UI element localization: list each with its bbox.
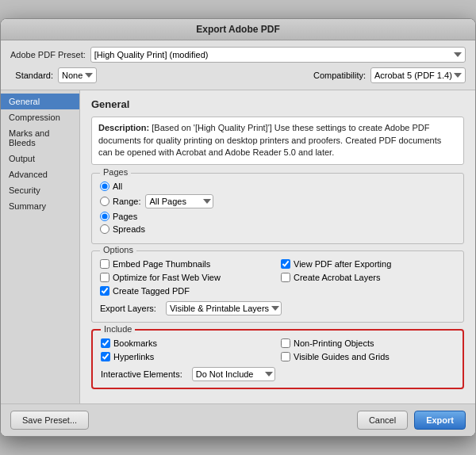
preset-label: Adobe PDF Preset: (10, 50, 90, 59)
standard-compatibility-row: Standard: None Compatibility: Acrobat 5 … (10, 67, 466, 83)
preset-row: Adobe PDF Preset: [High Quality Print] (… (10, 47, 466, 63)
acrobat-layers-label: Create Acrobat Layers (294, 273, 380, 282)
non-printing-checkbox[interactable] (281, 338, 290, 348)
dialog-title: Export Adobe PDF (196, 24, 280, 35)
bookmarks-row: Bookmarks (101, 338, 274, 348)
bookmarks-checkbox[interactable] (101, 338, 110, 348)
range-label: Range: (113, 197, 140, 206)
export-layers-row: Export Layers: Visible & Printable Layer… (100, 301, 455, 315)
view-pdf-checkbox[interactable] (281, 259, 290, 269)
options-group-content: Embed Page Thumbnails View PDF after Exp… (100, 259, 455, 315)
optimize-web-label: Optimize for Fast Web View (113, 273, 221, 282)
optimize-web-row: Optimize for Fast Web View (100, 273, 274, 282)
export-layers-select[interactable]: Visible & Printable Layers Visible Layer… (166, 301, 282, 315)
footer: Save Preset... Cancel Export (1, 403, 475, 436)
all-radio[interactable] (100, 182, 109, 191)
visible-guides-row: Visible Guides and Grids (281, 352, 455, 361)
non-printing-label: Non-Printing Objects (294, 338, 374, 348)
export-button[interactable]: Export (414, 411, 466, 430)
description-text: [Based on '[High Quality Print]'] Use th… (98, 123, 441, 157)
main-area: General Compression Marks and Bleeds Out… (1, 90, 475, 403)
standard-group: Standard: None (10, 67, 97, 83)
tagged-pdf-label: Create Tagged PDF (113, 286, 190, 296)
save-preset-button[interactable]: Save Preset... (10, 411, 89, 430)
include-group: Include Bookmarks Non-Printing Objects (91, 329, 464, 389)
spreads-radio-row: Spreads (100, 224, 455, 234)
preset-select[interactable]: [High Quality Print] (modified) (90, 47, 466, 63)
tagged-pdf-checkbox[interactable] (100, 286, 109, 296)
sidebar-item-output[interactable]: Output (1, 151, 79, 166)
top-controls: Adobe PDF Preset: [High Quality Print] (… (1, 40, 475, 90)
sidebar-item-marks-bleeds[interactable]: Marks and Bleeds (1, 125, 79, 151)
interactive-select[interactable]: Do Not Include Include All Appearance On… (192, 367, 275, 381)
options-group-title: Options (100, 245, 136, 254)
range-select[interactable]: All Pages Current Page Range (145, 194, 213, 208)
pages-group-content: All Range: All Pages Current Page Range (100, 182, 455, 234)
options-group: Options Embed Page Thumbnails View PDF a… (91, 250, 464, 323)
sidebar-item-summary[interactable]: Summary (1, 198, 79, 214)
export-dialog: Export Adobe PDF Adobe PDF Preset: [High… (0, 18, 476, 436)
description-box: Description: [Based on '[High Quality Pr… (91, 117, 464, 164)
pages-group-title: Pages (100, 167, 131, 177)
export-layers-label: Export Layers: (100, 304, 156, 313)
footer-right: Cancel Export (357, 411, 466, 430)
hyperlinks-row: Hyperlinks (101, 352, 274, 361)
view-pdf-label: View PDF after Exporting (294, 259, 391, 269)
sidebar-item-security[interactable]: Security (1, 182, 79, 198)
tagged-pdf-row: Create Tagged PDF (100, 286, 274, 296)
standard-label: Standard: (10, 71, 58, 80)
pages-group: Pages All Range: All Pages Current Page … (91, 173, 464, 244)
all-label: All (113, 182, 122, 191)
acrobat-layers-checkbox[interactable] (281, 273, 290, 282)
sidebar-item-general[interactable]: General (1, 94, 79, 109)
title-bar: Export Adobe PDF (1, 19, 475, 40)
spreads-radio[interactable] (100, 224, 109, 234)
standard-select[interactable]: None (58, 67, 97, 83)
description-label: Description: (98, 123, 149, 132)
non-printing-row: Non-Printing Objects (281, 338, 455, 348)
interactive-label: Interactive Elements: (101, 369, 182, 379)
section-title: General (91, 98, 464, 110)
compatibility-select[interactable]: Acrobat 5 (PDF 1.4) (370, 67, 466, 83)
pages-radio-row: Pages (100, 212, 455, 221)
visible-guides-checkbox[interactable] (281, 352, 290, 361)
range-radio[interactable] (100, 197, 109, 206)
embed-thumbnails-checkbox[interactable] (100, 259, 109, 269)
optimize-web-checkbox[interactable] (100, 273, 109, 282)
embed-thumbnails-label: Embed Page Thumbnails (113, 259, 210, 269)
bookmarks-label: Bookmarks (113, 338, 157, 348)
include-group-title: Include (101, 324, 135, 334)
include-checkboxes: Bookmarks Non-Printing Objects Hyperlink… (101, 338, 455, 364)
compatibility-label: Compatibility: (313, 71, 370, 80)
pages-label: Pages (113, 212, 137, 221)
embed-thumbnails-row: Embed Page Thumbnails (100, 259, 274, 269)
content-area: General Description: [Based on '[High Qu… (80, 90, 475, 403)
compatibility-group: Compatibility: Acrobat 5 (PDF 1.4) (313, 67, 466, 83)
range-radio-row: Range: All Pages Current Page Range (100, 194, 455, 208)
include-group-content: Bookmarks Non-Printing Objects Hyperlink… (101, 338, 455, 381)
hyperlinks-checkbox[interactable] (101, 352, 110, 361)
sidebar: General Compression Marks and Bleeds Out… (1, 90, 80, 403)
acrobat-layers-row: Create Acrobat Layers (281, 273, 455, 282)
view-pdf-row: View PDF after Exporting (281, 259, 455, 269)
pages-radio[interactable] (100, 212, 109, 221)
sidebar-item-advanced[interactable]: Advanced (1, 166, 79, 182)
all-radio-row: All (100, 182, 455, 191)
visible-guides-label: Visible Guides and Grids (294, 352, 390, 361)
hyperlinks-label: Hyperlinks (113, 352, 154, 361)
spreads-label: Spreads (113, 224, 145, 234)
sidebar-item-compression[interactable]: Compression (1, 109, 79, 125)
interactive-elements-row: Interactive Elements: Do Not Include Inc… (101, 367, 455, 381)
cancel-button[interactable]: Cancel (357, 411, 408, 430)
options-checkboxes: Embed Page Thumbnails View PDF after Exp… (100, 259, 455, 298)
